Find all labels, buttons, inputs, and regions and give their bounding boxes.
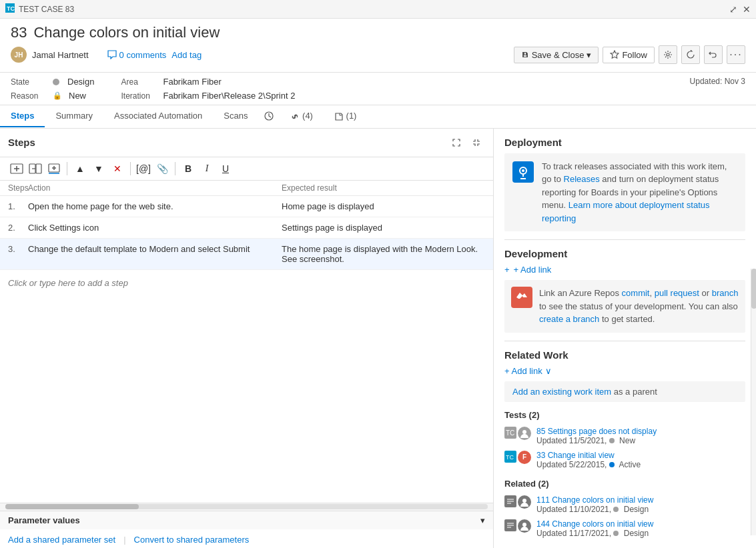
toolbar-divider-1 bbox=[67, 162, 67, 175]
comments-link[interactable]: 0 comments bbox=[107, 50, 167, 60]
close-icon[interactable]: ✕ bbox=[743, 4, 751, 15]
deployment-section: Deployment To track releases associated … bbox=[504, 137, 745, 232]
tabs-row: Steps Summary Associated Automation Scan… bbox=[0, 105, 756, 129]
title-bar: TC TEST CASE 83 ⤢ ✕ bbox=[0, 0, 756, 19]
related-item-144-link[interactable]: 144 Change colors on initial view bbox=[536, 519, 653, 529]
related-item: 144 Change colors on initial view Update… bbox=[504, 517, 745, 541]
branch-link[interactable]: branch bbox=[712, 288, 739, 298]
steps-table: Steps Action Expected result 1. Open the… bbox=[0, 181, 493, 503]
work-item-title: Change colors on initial view bbox=[33, 24, 220, 41]
tab-scans[interactable]: Scans bbox=[213, 105, 258, 127]
step-row-highlighted[interactable]: 3. Change the default template to Modern… bbox=[0, 239, 493, 270]
step-row[interactable]: 2. Click Settings icon Settings page is … bbox=[0, 217, 493, 239]
bold-button[interactable]: B bbox=[179, 160, 197, 177]
attach-button[interactable]: 📎 bbox=[153, 160, 171, 177]
status-badge-new bbox=[609, 438, 615, 443]
steps-header: Steps bbox=[0, 129, 493, 157]
main-content: Steps ▲ ▼ ✕ bbox=[0, 129, 756, 548]
vertical-scrollbar[interactable] bbox=[751, 269, 756, 535]
move-up-button[interactable]: ▲ bbox=[71, 160, 89, 177]
toolbar-divider-2 bbox=[130, 162, 131, 175]
test-item-85-link[interactable]: 85 Settings page does not display bbox=[536, 427, 657, 436]
insert-step-button[interactable] bbox=[45, 160, 63, 177]
save-close-button[interactable]: Save & Close ▾ bbox=[514, 47, 599, 63]
avatar-111 bbox=[518, 495, 531, 509]
state-value[interactable]: Design bbox=[67, 77, 94, 87]
move-down-button[interactable]: ▼ bbox=[90, 160, 107, 177]
add-shared-step-button[interactable] bbox=[27, 160, 44, 177]
step-expected-1[interactable]: Home page is displayed bbox=[282, 201, 485, 211]
tab-attachments[interactable]: (1) bbox=[324, 105, 368, 128]
step-toolbar: ▲ ▼ ✕ [@] 📎 B I U bbox=[0, 157, 493, 181]
related-item: TC 85 Settings page does not display Upd… bbox=[504, 424, 745, 448]
step-row[interactable]: 1. Open the home page for the web site. … bbox=[0, 196, 493, 217]
add-tag-link[interactable]: Add tag bbox=[171, 50, 202, 60]
svg-text:TC: TC bbox=[506, 429, 514, 437]
plus-icon: + bbox=[504, 265, 510, 275]
collapse-steps-button[interactable] bbox=[468, 134, 485, 151]
comments-count: 0 comments bbox=[119, 50, 167, 60]
avatar-144 bbox=[518, 519, 531, 533]
tab-links[interactable]: (4) bbox=[280, 105, 324, 128]
state-dot bbox=[53, 79, 59, 85]
parameter-title: Parameter values bbox=[8, 515, 80, 525]
related-info-85: 85 Settings page does not display Update… bbox=[536, 427, 657, 445]
add-shared-param-link[interactable]: Add a shared parameter set bbox=[8, 535, 115, 545]
test-item-33-link[interactable]: 33 Change initial view bbox=[536, 451, 615, 460]
releases-link[interactable]: Releases bbox=[564, 174, 600, 184]
toolbar-divider-3 bbox=[175, 162, 175, 175]
step-action-1[interactable]: Open the home page for the web site. bbox=[28, 201, 282, 211]
convert-shared-link[interactable]: Convert to shared parameters bbox=[134, 535, 250, 545]
settings-button[interactable] bbox=[659, 45, 677, 64]
expand-icon[interactable]: ⤢ bbox=[729, 4, 737, 15]
undo-button[interactable] bbox=[704, 45, 723, 64]
tab-history[interactable] bbox=[258, 106, 280, 127]
add-step-text[interactable]: Click or type here to add a step bbox=[0, 270, 493, 296]
area-value[interactable]: Fabrikam Fiber bbox=[163, 77, 221, 87]
horizontal-scrollbar[interactable] bbox=[0, 503, 493, 511]
insert-param-button[interactable]: [@] bbox=[135, 160, 152, 177]
step-action-2[interactable]: Click Settings icon bbox=[28, 223, 282, 233]
state-label: State bbox=[11, 77, 47, 87]
parameter-links: Add a shared parameter set | Convert to … bbox=[0, 529, 493, 548]
related-item-111-link[interactable]: 111 Change colors on initial view bbox=[536, 495, 653, 505]
related-work-title: Related Work bbox=[504, 349, 745, 361]
underline-button[interactable]: U bbox=[217, 160, 234, 177]
scroll-thumb-vertical[interactable] bbox=[751, 269, 756, 309]
parameter-header[interactable]: Parameter values ▾ bbox=[0, 511, 493, 529]
related-work-add-link-button[interactable]: + Add link ∨ bbox=[504, 366, 745, 376]
svg-text:TC: TC bbox=[506, 454, 514, 461]
step-expected-3[interactable]: The home page is displayed with the Mode… bbox=[282, 244, 485, 264]
follow-button[interactable]: Follow bbox=[603, 47, 655, 63]
divider-2 bbox=[504, 341, 745, 341]
expand-steps-button[interactable] bbox=[448, 134, 465, 151]
steps-panel: Steps ▲ ▼ ✕ bbox=[0, 129, 494, 548]
reason-value[interactable]: New bbox=[69, 91, 86, 101]
area-label: Area bbox=[121, 77, 157, 87]
commit-link[interactable]: commit bbox=[622, 288, 650, 298]
italic-button[interactable]: I bbox=[198, 160, 216, 177]
reason-item: Reason 🔒 New bbox=[11, 91, 94, 101]
iteration-item: Iteration Fabrikam Fiber\Release 2\Sprin… bbox=[121, 91, 295, 101]
area-item: Area Fabrikam Fiber bbox=[121, 77, 295, 87]
title-row: 83 Change colors on initial view bbox=[11, 24, 745, 41]
refresh-button[interactable] bbox=[681, 45, 700, 64]
scroll-thumb[interactable] bbox=[5, 504, 139, 509]
tab-steps[interactable]: Steps bbox=[0, 105, 45, 127]
pull-request-link[interactable]: pull request bbox=[655, 288, 699, 298]
delete-step-button[interactable]: ✕ bbox=[109, 160, 126, 177]
more-options-button[interactable]: ··· bbox=[727, 45, 745, 64]
iteration-value[interactable]: Fabrikam Fiber\Release 2\Sprint 2 bbox=[163, 91, 295, 101]
tab-summary[interactable]: Summary bbox=[45, 105, 103, 127]
learn-more-link[interactable]: Learn more about deployment status repor… bbox=[542, 200, 710, 223]
svg-point-19 bbox=[522, 499, 526, 503]
step-expected-2[interactable]: Settings page is displayed bbox=[282, 223, 485, 233]
add-step-button[interactable] bbox=[8, 160, 25, 177]
add-existing-work-item-link[interactable]: Add an existing work item bbox=[512, 387, 611, 397]
tab-associated-automation[interactable]: Associated Automation bbox=[103, 105, 213, 127]
create-branch-link[interactable]: create a branch bbox=[539, 314, 599, 324]
svg-point-2 bbox=[667, 53, 669, 56]
deployment-box: To track releases associated with this w… bbox=[504, 153, 745, 232]
development-add-link-button[interactable]: + + Add link bbox=[504, 265, 745, 275]
step-action-3[interactable]: Change the default template to Modern an… bbox=[28, 244, 282, 254]
